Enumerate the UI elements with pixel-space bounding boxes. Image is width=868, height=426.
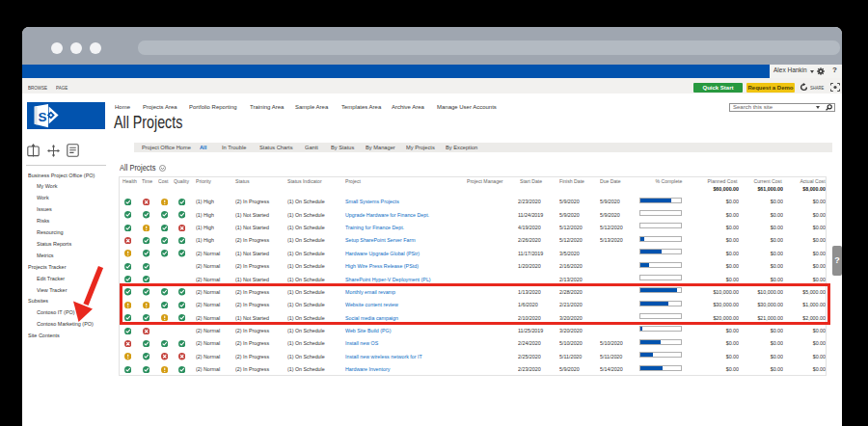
svg-text:S: S (39, 110, 47, 124)
